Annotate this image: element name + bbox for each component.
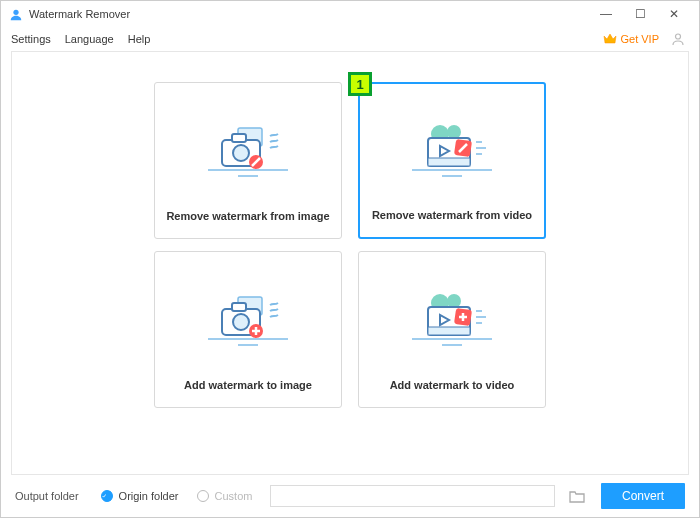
svg-rect-13 bbox=[428, 158, 470, 166]
convert-button[interactable]: Convert bbox=[601, 483, 685, 509]
step-marker: 1 bbox=[348, 72, 372, 96]
content-area: Remove watermark from image 1 Remove wat… bbox=[11, 51, 689, 475]
get-vip-button[interactable]: Get VIP bbox=[603, 33, 659, 45]
output-path-input[interactable] bbox=[270, 485, 555, 507]
illustration-video-add bbox=[359, 252, 545, 379]
titlebar: Watermark Remover ― ☐ ✕ bbox=[1, 1, 699, 27]
menu-settings[interactable]: Settings bbox=[11, 33, 51, 45]
illustration-video-remove bbox=[360, 84, 544, 209]
card-label: Remove watermark from image bbox=[166, 210, 329, 222]
minimize-button[interactable]: ― bbox=[589, 3, 623, 25]
svg-point-29 bbox=[447, 294, 461, 308]
svg-rect-31 bbox=[428, 327, 470, 335]
card-add-watermark-video[interactable]: Add watermark to video bbox=[358, 251, 546, 408]
illustration-camera-remove bbox=[155, 83, 341, 210]
radio-origin-label: Origin folder bbox=[119, 490, 179, 502]
menu-language[interactable]: Language bbox=[65, 33, 114, 45]
svg-rect-21 bbox=[232, 303, 246, 311]
folder-icon bbox=[569, 489, 585, 503]
svg-point-1 bbox=[676, 34, 681, 39]
card-add-watermark-image[interactable]: Add watermark to image bbox=[154, 251, 342, 408]
browse-folder-button[interactable] bbox=[565, 485, 589, 507]
card-remove-watermark-image[interactable]: Remove watermark from image bbox=[154, 82, 342, 239]
illustration-camera-add bbox=[155, 252, 341, 379]
card-remove-watermark-video[interactable]: 1 Remove watermark from video bbox=[358, 82, 546, 239]
window-title: Watermark Remover bbox=[29, 8, 130, 20]
footer: Output folder Origin folder Custom Conve… bbox=[1, 475, 699, 517]
radio-custom-label: Custom bbox=[215, 490, 253, 502]
card-label: Remove watermark from video bbox=[372, 209, 532, 221]
user-icon[interactable] bbox=[667, 28, 689, 50]
card-label: Add watermark to video bbox=[390, 379, 515, 391]
radio-custom-folder[interactable]: Custom bbox=[197, 490, 253, 502]
svg-point-22 bbox=[233, 314, 249, 330]
svg-point-5 bbox=[233, 145, 249, 161]
crown-icon bbox=[603, 33, 617, 45]
get-vip-label: Get VIP bbox=[620, 33, 659, 45]
card-grid: Remove watermark from image 1 Remove wat… bbox=[12, 82, 688, 408]
menubar: Settings Language Help Get VIP bbox=[1, 27, 699, 51]
svg-point-11 bbox=[447, 125, 461, 139]
card-label: Add watermark to image bbox=[184, 379, 312, 391]
svg-rect-4 bbox=[232, 134, 246, 142]
radio-origin-folder[interactable]: Origin folder bbox=[101, 490, 179, 502]
close-button[interactable]: ✕ bbox=[657, 3, 691, 25]
app-icon bbox=[9, 7, 23, 21]
output-folder-label: Output folder bbox=[15, 490, 79, 502]
menu-help[interactable]: Help bbox=[128, 33, 151, 45]
maximize-button[interactable]: ☐ bbox=[623, 3, 657, 25]
svg-point-0 bbox=[13, 10, 18, 15]
